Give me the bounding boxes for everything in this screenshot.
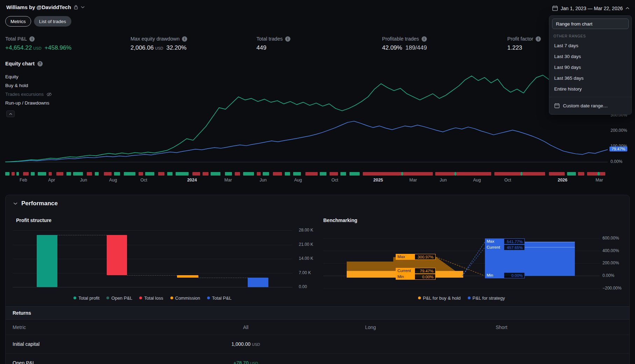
menu-item-last-365-days[interactable]: Last 365 days xyxy=(552,73,629,84)
trade-marker xyxy=(5,172,9,176)
trade-marker xyxy=(235,172,240,176)
menu-item-custom-date-range[interactable]: Custom date range… xyxy=(552,100,629,112)
returns-table-header: Metric All Long Short xyxy=(6,320,629,335)
legend-item-p-l-for-buy-hold[interactable]: P&L for buy & hold xyxy=(418,295,461,301)
topbar: Williams by @DaviddTech xyxy=(6,4,85,10)
trade-markers-strip[interactable] xyxy=(5,172,608,176)
legend-item-total-loss[interactable]: Total loss xyxy=(139,295,163,301)
row-metric: Initial capital xyxy=(6,341,174,347)
time-axis-label: Oct xyxy=(140,178,147,183)
legend-dot xyxy=(73,297,76,299)
time-axis-label: Mar xyxy=(595,178,603,183)
trade-marker xyxy=(293,172,301,176)
view-tabs: Metrics List of trades xyxy=(5,16,71,27)
time-axis-label: Mar xyxy=(409,178,417,183)
tab-metrics[interactable]: Metrics xyxy=(5,16,31,27)
metric-value: +4,654.22 xyxy=(5,44,32,51)
bar-total-p-l[interactable] xyxy=(248,278,268,287)
info-icon[interactable]: i xyxy=(422,36,427,42)
chip-label: Max xyxy=(396,254,415,260)
menu-item-label: Custom date range… xyxy=(563,103,608,108)
legend-item-total-profit[interactable]: Total profit xyxy=(73,295,99,301)
benchmark-axis-tick: 200.00% xyxy=(602,260,619,265)
legend-label: Total P&L xyxy=(212,295,232,301)
trade-marker xyxy=(243,172,254,176)
trade-gap xyxy=(584,172,587,176)
info-icon[interactable]: i xyxy=(29,36,35,42)
time-axis-label: Aug xyxy=(294,178,302,183)
trade-marker xyxy=(257,172,261,176)
trade-marker xyxy=(363,172,401,176)
trade-marker xyxy=(350,172,360,176)
buy-hold-current-badge: 79.47% xyxy=(609,147,627,151)
equity-chart-title: Equity chart ? xyxy=(5,61,43,66)
menu-item-last-7-days[interactable]: Last 7 days xyxy=(552,40,629,51)
menu-item-range-from-chart[interactable]: Range from chart xyxy=(552,19,629,29)
gridline xyxy=(13,287,292,287)
benchmarking-title: Benchmarking xyxy=(323,217,357,223)
info-icon[interactable]: i xyxy=(182,36,187,42)
trade-gap xyxy=(35,172,38,176)
trade-marker xyxy=(167,172,172,176)
menu-item-last-30-days[interactable]: Last 30 days xyxy=(552,51,629,62)
bar-total-loss[interactable] xyxy=(107,235,127,275)
legend-dot xyxy=(468,297,471,299)
info-icon[interactable]: i xyxy=(285,36,290,42)
legend-toggle-buy-hold[interactable]: Buy & hold xyxy=(5,81,52,90)
equity-chart-plot[interactable] xyxy=(5,72,608,167)
chevron-up-icon xyxy=(626,7,629,9)
legend-toggle-run-up-drawdowns[interactable]: Run-up / Drawdowns xyxy=(5,99,52,107)
help-icon[interactable]: ? xyxy=(37,61,43,66)
metric-currency: USD xyxy=(33,46,41,50)
date-range-button[interactable]: Jan 1, 2023 — Mar 22, 2026 xyxy=(550,4,632,12)
eye-off-icon xyxy=(47,92,52,97)
time-axis-label: Aug xyxy=(109,178,117,183)
current-value-chip: Current457.65% xyxy=(485,244,525,250)
performance-title: Performance xyxy=(21,200,58,207)
trade-gap xyxy=(189,172,192,176)
trade-gap xyxy=(46,172,49,176)
collapse-legend-button[interactable] xyxy=(6,110,15,117)
chip-label: Min xyxy=(485,272,504,278)
legend-dot xyxy=(207,297,210,299)
time-axis[interactable]: FebAprJunAugOct2024MarJunAugOct2025MarJu… xyxy=(5,178,608,184)
legend-toggle-trades-excursions[interactable]: Trades excursions xyxy=(5,90,52,99)
metric-label: Profitable trades xyxy=(382,36,419,42)
legend-dot xyxy=(170,297,173,299)
trade-gap xyxy=(99,172,104,176)
trade-marker xyxy=(158,172,164,176)
tab-list-of-trades[interactable]: List of trades xyxy=(34,16,71,27)
trade-marker xyxy=(23,172,29,176)
benchmarking-chart[interactable]: Max300.97%Current79.47%Min0.00%Max541.77… xyxy=(323,237,600,290)
trade-marker xyxy=(66,172,71,176)
legend-item-p-l-for-strategy[interactable]: P&L for strategy xyxy=(468,295,505,301)
trade-marker xyxy=(522,172,545,176)
table-row: Open P&L +78.70USD xyxy=(6,354,629,364)
time-axis-label: 2025 xyxy=(373,178,383,183)
profit-structure-chart[interactable] xyxy=(13,228,292,290)
trade-gap xyxy=(172,172,176,176)
trade-gap xyxy=(154,172,158,176)
calendar-icon xyxy=(552,5,558,11)
info-icon[interactable]: i xyxy=(536,36,541,42)
performance-header[interactable]: Performance xyxy=(13,200,58,207)
trade-gap xyxy=(240,172,243,176)
trade-gap xyxy=(135,172,139,176)
trade-marker xyxy=(16,172,19,176)
trade-marker xyxy=(494,172,521,176)
menu-item-last-90-days[interactable]: Last 90 days xyxy=(552,62,629,73)
legend-item-open-p-l[interactable]: Open P&L xyxy=(106,295,132,301)
bar-total-profit[interactable] xyxy=(37,235,57,287)
equity-axis-tick: 0.00% xyxy=(611,159,622,164)
benchmarking-legend: P&L for buy & holdP&L for strategy xyxy=(323,295,600,301)
bar-commission[interactable] xyxy=(177,275,198,278)
trade-gap xyxy=(346,172,350,176)
equity-line xyxy=(5,75,608,162)
chevron-down-icon[interactable] xyxy=(81,6,85,8)
lock-icon xyxy=(74,5,78,9)
legend-item-total-p-l[interactable]: Total P&L xyxy=(207,295,232,301)
returns-section-header: Returns xyxy=(6,306,629,320)
menu-item-entire-history[interactable]: Entire history xyxy=(552,84,629,94)
legend-item-commission[interactable]: Commission xyxy=(170,295,200,301)
legend-toggle-equity[interactable]: Equity xyxy=(5,72,52,81)
